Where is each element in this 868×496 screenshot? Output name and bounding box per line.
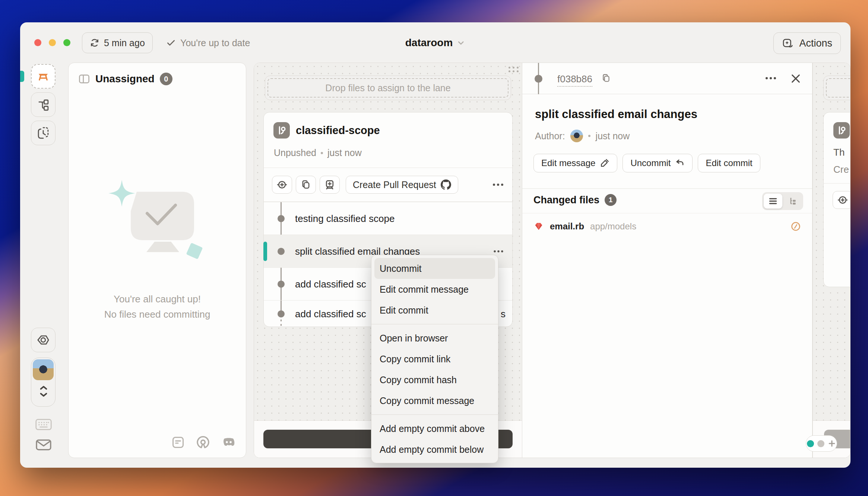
menu-item-edit-commit-message[interactable]: Edit commit message bbox=[374, 279, 495, 300]
open-source-icon[interactable] bbox=[196, 435, 210, 449]
lane-partial-right: Th Cre bbox=[812, 63, 850, 458]
unassigned-title: Unassigned bbox=[95, 73, 155, 85]
account-switcher[interactable] bbox=[31, 357, 56, 407]
detail-menu-button[interactable] bbox=[764, 76, 777, 80]
split-pane-icon bbox=[78, 73, 90, 85]
branch-time: just now bbox=[327, 147, 362, 158]
commit-author-row: Author: just now bbox=[535, 129, 630, 143]
assign-target-button[interactable] bbox=[833, 191, 850, 209]
commit-dot-icon bbox=[535, 75, 542, 83]
menu-divider bbox=[371, 414, 498, 415]
commit-time: just now bbox=[596, 131, 630, 142]
envelope-icon bbox=[35, 437, 52, 452]
chevron-up-down-icon bbox=[38, 383, 49, 400]
branch-name[interactable]: classified-scope bbox=[296, 124, 380, 137]
edit-message-button[interactable]: Edit message bbox=[533, 154, 617, 172]
file-path: app/models bbox=[590, 221, 636, 232]
lane-drag-handle-icon[interactable] bbox=[509, 67, 519, 72]
push-status: Unpushed bbox=[274, 147, 316, 158]
pager-dot[interactable] bbox=[817, 440, 824, 447]
keyboard-shortcuts-button[interactable] bbox=[35, 418, 52, 431]
branch-menu-button[interactable] bbox=[492, 183, 504, 187]
gear-icon bbox=[37, 333, 50, 347]
dot-separator bbox=[321, 152, 323, 154]
sidebar-item-history[interactable] bbox=[31, 121, 56, 145]
copy-icon bbox=[301, 179, 311, 190]
commit-context-menu: Uncommit Edit commit message Edit commit… bbox=[371, 255, 498, 463]
settings-button[interactable] bbox=[31, 328, 56, 352]
author-avatar bbox=[570, 130, 583, 142]
workspace-active-indicator bbox=[20, 71, 24, 82]
commit-hash[interactable]: f038b86 bbox=[557, 73, 592, 87]
list-view-button[interactable] bbox=[764, 194, 782, 209]
commit-dot-icon bbox=[278, 311, 285, 318]
menu-item-add-empty-commit-below[interactable]: Add empty commit below bbox=[374, 439, 495, 460]
minimize-window-button[interactable] bbox=[49, 39, 56, 46]
add-dependent-branch-button[interactable] bbox=[320, 176, 340, 194]
feedback-note-icon[interactable] bbox=[171, 436, 185, 449]
branch-toolbar: Create Pull Request bbox=[264, 168, 512, 202]
commit-menu-button[interactable] bbox=[493, 249, 504, 253]
drop-hint-label: Drop files to assign to the lane bbox=[325, 83, 450, 93]
close-window-button[interactable] bbox=[34, 39, 41, 46]
menu-item-copy-commit-message[interactable]: Copy commit message bbox=[374, 390, 495, 411]
project-name: dataroom bbox=[405, 37, 453, 49]
tree-view-button[interactable] bbox=[783, 194, 802, 209]
menu-item-copy-commit-hash[interactable]: Copy commit hash bbox=[374, 369, 495, 390]
branch-text-fragment: Th bbox=[833, 147, 845, 158]
table-plus-icon bbox=[324, 179, 335, 190]
project-switcher[interactable]: dataroom bbox=[405, 32, 466, 53]
add-lane-plus-icon[interactable] bbox=[828, 439, 836, 448]
commit-message: add classified sc bbox=[295, 278, 366, 290]
pager-dot-active[interactable] bbox=[807, 440, 814, 447]
up-to-date-label: You're up to date bbox=[180, 38, 250, 48]
target-plus-icon bbox=[837, 194, 848, 206]
menu-item-copy-commit-link[interactable]: Copy commit link bbox=[374, 349, 495, 369]
actions-label: Actions bbox=[799, 38, 832, 49]
sync-icon bbox=[90, 38, 99, 48]
unassigned-panel: Unassigned 0 You're all caught up! No fi… bbox=[68, 63, 246, 458]
history-icon bbox=[37, 126, 50, 140]
branch-text-fragment: Cre bbox=[833, 164, 849, 175]
sidebar-item-workspace[interactable] bbox=[31, 64, 56, 89]
avatar bbox=[33, 359, 54, 380]
empty-line1: You're all caught up! bbox=[104, 292, 210, 307]
menu-item-add-empty-commit-above[interactable]: Add empty commit above bbox=[374, 418, 495, 439]
menu-item-uncommit[interactable]: Uncommit bbox=[374, 258, 495, 279]
unassigned-count-badge: 0 bbox=[160, 73, 172, 85]
discord-icon[interactable] bbox=[221, 436, 236, 449]
menu-item-open-in-browser[interactable]: Open in browser bbox=[374, 328, 495, 349]
branch-badge-icon bbox=[833, 122, 850, 139]
traffic-lights bbox=[34, 39, 70, 46]
lane-drop-zone[interactable]: Drop files to assign to the lane bbox=[265, 76, 511, 100]
file-name: email.rb bbox=[550, 221, 584, 232]
edit-commit-label: Edit commit bbox=[706, 158, 752, 168]
branches-icon bbox=[37, 98, 50, 111]
ruby-file-icon bbox=[533, 221, 544, 232]
copy-hash-icon[interactable] bbox=[601, 73, 611, 83]
branch-badge-icon bbox=[273, 122, 290, 139]
assign-target-button[interactable] bbox=[272, 176, 292, 194]
changed-files-label: Changed files bbox=[533, 194, 599, 206]
zoom-window-button[interactable] bbox=[63, 39, 70, 46]
lane-drop-zone[interactable] bbox=[823, 76, 850, 100]
empty-line2: No files need committing bbox=[104, 307, 210, 322]
menu-item-edit-commit[interactable]: Edit commit bbox=[374, 300, 495, 321]
sync-button[interactable]: 5 min ago bbox=[82, 32, 153, 53]
uncommit-button[interactable]: Uncommit bbox=[623, 154, 693, 172]
undo-icon bbox=[675, 158, 685, 168]
edit-commit-button[interactable]: Edit commit bbox=[698, 154, 760, 172]
up-to-date-status: You're up to date bbox=[166, 32, 250, 53]
actions-button[interactable]: Actions bbox=[773, 32, 841, 54]
close-icon[interactable] bbox=[790, 73, 802, 85]
pencil-icon bbox=[600, 158, 609, 168]
empty-state: You're all caught up! No files need comm… bbox=[69, 175, 246, 322]
sidebar-item-branches[interactable] bbox=[31, 92, 56, 117]
commit-row[interactable]: testing classified scope bbox=[264, 202, 512, 235]
menu-divider bbox=[371, 324, 498, 324]
branch-card-partial: Th Cre bbox=[823, 112, 850, 287]
create-pull-request-button[interactable]: Create Pull Request bbox=[346, 176, 458, 194]
duplicate-branch-button[interactable] bbox=[296, 176, 316, 194]
changed-file-row[interactable]: email.rb app/models bbox=[522, 213, 812, 239]
feedback-mail-button[interactable] bbox=[35, 437, 52, 452]
